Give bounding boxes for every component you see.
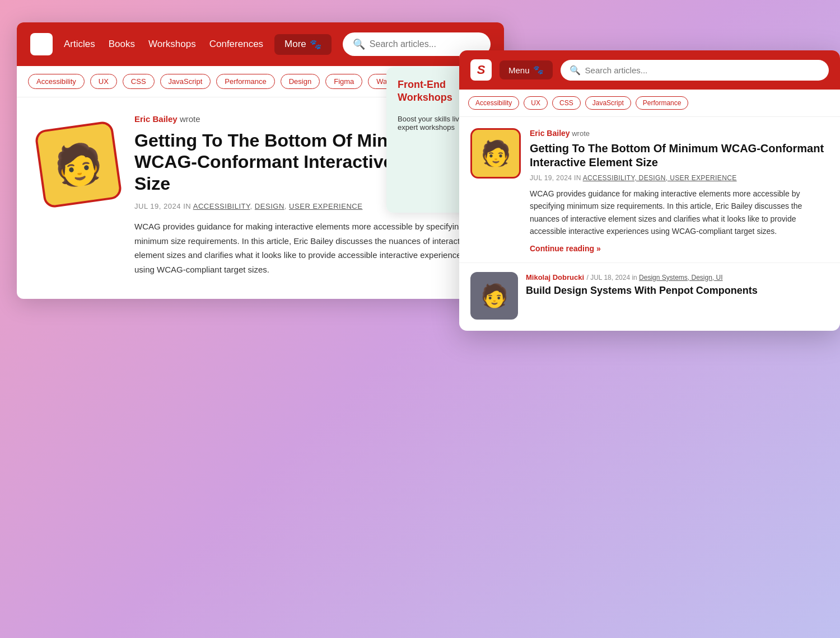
tag-figma[interactable]: Figma	[325, 74, 362, 89]
secondary-author-avatar: 🧑	[470, 128, 521, 179]
author-wrote: wrote	[178, 114, 200, 124]
sec-category-link[interactable]: Accessibility, Design, User Experience	[583, 174, 737, 182]
main-logo[interactable]	[30, 33, 53, 55]
tag-javascript[interactable]: JavaScript	[160, 74, 211, 89]
sec-tag-css[interactable]: CSS	[552, 96, 581, 110]
nav-articles[interactable]: Articles	[64, 39, 95, 50]
more-icon: 🐾	[310, 39, 321, 50]
secondary-search-icon: 🔍	[570, 65, 581, 76]
author-avatar: 🧑	[34, 120, 123, 209]
secondary-article-1: 🧑 Eric Bailey wrote Getting To The Botto…	[459, 117, 840, 263]
second-date-meta: / JUL 18, 2024 in Design Systems, Design…	[586, 274, 722, 282]
secondary-article-title[interactable]: Getting To The Bottom Of Minimum WCAG-Co…	[530, 142, 829, 170]
secondary-author-name[interactable]: Eric Bailey	[530, 129, 570, 138]
tag-performance[interactable]: Performance	[216, 74, 274, 89]
category-ux[interactable]: User Experience	[289, 202, 362, 210]
article-excerpt: WCAG provides guidance for making intera…	[134, 219, 482, 276]
second-avatar-illustration: 🧑	[480, 283, 508, 309]
secondary-tags-bar: Accessibility UX CSS JavaScript Performa…	[459, 90, 840, 117]
avatar-illustration: 🧑	[36, 123, 120, 206]
menu-icon: 🐾	[533, 65, 544, 75]
tag-ux[interactable]: UX	[90, 74, 117, 89]
second-author-name[interactable]: Mikolaj Dobrucki	[526, 273, 584, 282]
secondary-window: S Menu 🐾 🔍 Accessibility UX CSS JavaScri…	[459, 50, 840, 331]
second-author-line: Mikolaj Dobrucki / JUL 18, 2024 in Desig…	[526, 272, 758, 282]
secondary-avatar-illustration: 🧑	[480, 139, 511, 168]
nav-conferences[interactable]: Conferences	[209, 39, 263, 50]
second-category-link[interactable]: Design Systems, Design, UI	[639, 274, 722, 282]
tag-accessibility[interactable]: Accessibility	[28, 74, 85, 89]
second-article-content: Mikolaj Dobrucki / JUL 18, 2024 in Desig…	[526, 272, 758, 320]
second-author-avatar: 🧑	[470, 272, 518, 320]
author-name[interactable]: Eric Bailey	[134, 114, 178, 124]
sec-tag-javascript[interactable]: JavaScript	[585, 96, 631, 110]
main-nav: Articles Books Workshops Conferences Mor…	[17, 22, 504, 66]
sec-tag-accessibility[interactable]: Accessibility	[468, 96, 519, 110]
sec-tag-ux[interactable]: UX	[524, 96, 548, 110]
category-accessibility[interactable]: Accessibility	[193, 202, 250, 210]
nav-workshops[interactable]: Workshops	[148, 39, 196, 50]
second-article-title[interactable]: Build Design Systems With Penpot Compone…	[526, 284, 758, 297]
secondary-author-wrote: wrote	[570, 129, 590, 138]
secondary-article-excerpt: WCAG provides guidance for making intera…	[530, 187, 829, 238]
tag-css[interactable]: CSS	[123, 74, 155, 89]
tag-design[interactable]: Design	[281, 74, 320, 89]
sec-tag-performance[interactable]: Performance	[636, 96, 689, 110]
main-nav-links: Articles Books Workshops Conferences	[64, 39, 263, 50]
secondary-article-2: 🧑 Mikolaj Dobrucki / JUL 18, 2024 in Des…	[459, 263, 840, 331]
secondary-author-line: Eric Bailey wrote	[530, 128, 829, 138]
menu-button[interactable]: Menu 🐾	[500, 60, 553, 79]
secondary-article-content: Eric Bailey wrote Getting To The Bottom …	[530, 128, 829, 254]
secondary-article-meta: JUL 19, 2024 in Accessibility, Design, U…	[530, 174, 829, 182]
secondary-logo[interactable]: S	[470, 59, 492, 81]
continue-reading-link[interactable]: Continue reading »	[530, 244, 601, 253]
category-design[interactable]: Design	[255, 202, 284, 210]
more-button[interactable]: More 🐾	[274, 34, 332, 55]
secondary-search[interactable]: 🔍	[561, 60, 829, 81]
search-input[interactable]	[370, 39, 480, 49]
secondary-search-input[interactable]	[585, 65, 820, 75]
search-icon: 🔍	[353, 38, 365, 50]
nav-books[interactable]: Books	[109, 39, 135, 50]
secondary-nav: S Menu 🐾 🔍	[459, 50, 840, 90]
